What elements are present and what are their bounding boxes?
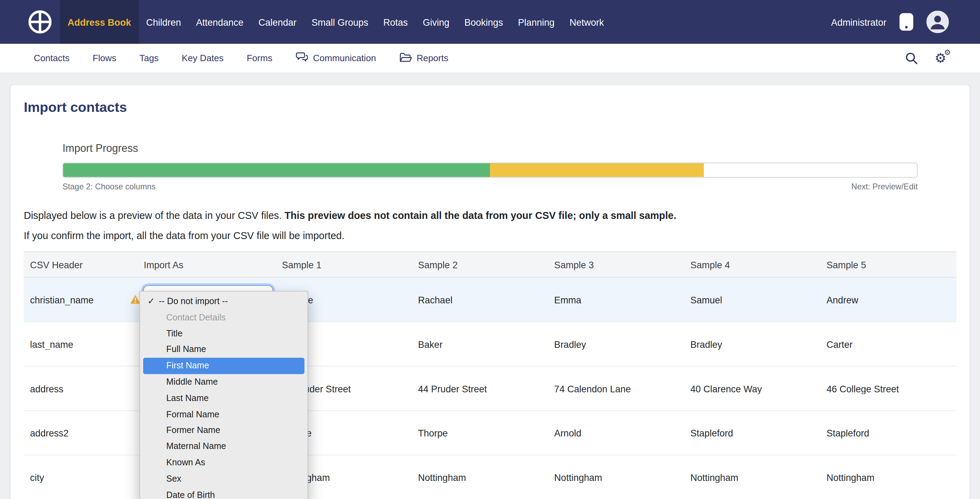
table-header-row: CSV Header Import As Sample 1 Sample 2 S… [24, 252, 956, 278]
nav-attendance[interactable]: Attendance [189, 0, 251, 44]
dropdown-option-do-not-import[interactable]: ✓ -- Do not import -- [140, 293, 307, 309]
dropdown-option-first-name[interactable]: First Name [143, 358, 304, 374]
subnav-key-dates[interactable]: Key Dates [181, 53, 223, 63]
subnav-right-icons: ⚙⚙ [905, 51, 946, 65]
topnav-right: Administrator [831, 0, 980, 44]
sample-cell: Nottingham [412, 472, 548, 483]
sample-cell: Bradley [684, 339, 820, 349]
open-folder-icon [399, 52, 412, 64]
col-header-csv-header: CSV Header [24, 259, 137, 270]
sample-cell: Stapleford [684, 427, 820, 438]
sample-cell: 74 Calendon Lane [548, 383, 684, 394]
col-header-import-as: Import As [137, 259, 276, 270]
page-title: Import contacts [24, 100, 956, 115]
sample-cell: Arnold [548, 427, 684, 438]
dropdown-option-known-as[interactable]: Known As [140, 455, 307, 471]
progress-segment-complete [63, 163, 490, 177]
nav-calendar[interactable]: Calendar [251, 0, 304, 44]
sample-cell: Nottingham [820, 472, 956, 483]
checkmark-icon: ✓ [148, 293, 155, 309]
csv-header-cell: address2 [24, 427, 137, 438]
import-contacts-card: Import contacts Import Progress Stage 2:… [10, 84, 970, 499]
administrator-menu[interactable]: Administrator [831, 17, 886, 27]
progress-next-label: Next: Preview/Edit [851, 182, 918, 191]
sample-cell: Nottingham [548, 472, 684, 483]
sample-cell: Andrew [820, 294, 956, 305]
sample-cell: Rachael [412, 294, 548, 305]
chat-bubbles-icon [296, 52, 308, 64]
sample-cell: 40 Clarence Way [684, 383, 820, 394]
col-header-sample-4: Sample 4 [684, 259, 820, 270]
dropdown-group-contact-details: Contact Details [140, 309, 307, 325]
subnav-communication[interactable]: Communication [296, 52, 376, 64]
top-nav-items: Address Book Children Attendance Calenda… [60, 0, 611, 44]
csv-preview-table: CSV Header Import As Sample 1 Sample 2 S… [24, 252, 956, 499]
nav-planning[interactable]: Planning [511, 0, 562, 44]
dropdown-option-title[interactable]: Title [140, 325, 307, 341]
nav-address-book[interactable]: Address Book [60, 0, 138, 44]
sample-cell: Bradley [548, 339, 684, 349]
dropdown-option-former-name[interactable]: Former Name [140, 422, 307, 438]
dropdown-option-maternal-name[interactable]: Maternal Name [140, 438, 307, 454]
csv-header-cell: address [24, 383, 137, 394]
sample-cell: 46 College Street [820, 383, 956, 394]
kiosk-tablet-icon[interactable] [899, 13, 914, 31]
confirm-intro-text: If you confirm the import, all the data … [24, 230, 956, 241]
col-header-sample-2: Sample 2 [412, 259, 548, 270]
subnav-forms[interactable]: Forms [247, 53, 272, 63]
nav-small-groups[interactable]: Small Groups [304, 0, 376, 44]
sample-cell: Stapleford [820, 427, 956, 438]
nav-giving[interactable]: Giving [415, 0, 457, 44]
sample-cell: Carter [820, 339, 956, 349]
import-progress-section: Import Progress Stage 2: Choose columns … [62, 142, 918, 191]
nav-network[interactable]: Network [562, 0, 611, 44]
subnav-tags[interactable]: Tags [140, 53, 159, 63]
sample-cell: 44 Pruder Street [412, 383, 548, 394]
sample-cell: Nottingham [684, 472, 820, 483]
user-profile-icon[interactable] [926, 11, 949, 33]
import-progress-bar [62, 163, 918, 178]
sample-cell: Baker [412, 339, 548, 349]
sample-cell: Samuel [684, 294, 820, 305]
table-row-christian-name: christian_name George Rachael Emma Samue… [24, 277, 956, 322]
dropdown-option-date-of-birth[interactable]: Date of Birth [140, 487, 307, 499]
module-subnav: Contacts Flows Tags Key Dates Forms Comm… [0, 44, 980, 73]
nav-children[interactable]: Children [138, 0, 189, 44]
col-header-sample-5: Sample 5 [820, 259, 956, 270]
subnav-contacts[interactable]: Contacts [34, 53, 70, 63]
progress-segment-current [490, 163, 703, 177]
main-content: Import contacts Import Progress Stage 2:… [0, 84, 980, 499]
csv-header-cell: last_name [24, 339, 137, 349]
dropdown-option-formal-name[interactable]: Formal Name [140, 406, 307, 422]
sample-cell: Thorpe [412, 427, 548, 438]
settings-gears-icon[interactable]: ⚙⚙ [934, 51, 946, 65]
progress-stage-label: Stage 2: Choose columns [62, 182, 156, 191]
subnav-flows[interactable]: Flows [93, 53, 116, 63]
churchsuite-logo-icon[interactable] [27, 10, 52, 34]
dropdown-option-full-name[interactable]: Full Name [140, 342, 307, 358]
search-icon[interactable] [905, 52, 918, 65]
progress-title: Import Progress [62, 142, 918, 155]
preview-intro-text: Displayed below is a preview of the data… [24, 210, 956, 222]
dropdown-option-middle-name[interactable]: Middle Name [140, 374, 307, 390]
app-root: Address Book Children Attendance Calenda… [0, 0, 980, 499]
import-as-dropdown-menu: ✓ -- Do not import -- Contact Details Ti… [139, 291, 308, 499]
csv-header-cell: christian_name [24, 294, 137, 305]
csv-header-cell: city [24, 472, 137, 483]
col-header-sample-1: Sample 1 [276, 259, 412, 270]
col-header-sample-3: Sample 3 [548, 259, 684, 270]
top-navbar: Address Book Children Attendance Calenda… [0, 0, 980, 44]
dropdown-option-last-name[interactable]: Last Name [140, 390, 307, 406]
dropdown-option-sex[interactable]: Sex [140, 471, 307, 487]
nav-rotas[interactable]: Rotas [376, 0, 415, 44]
sample-cell: Emma [548, 294, 684, 305]
subnav-reports[interactable]: Reports [399, 52, 448, 64]
nav-bookings[interactable]: Bookings [457, 0, 511, 44]
